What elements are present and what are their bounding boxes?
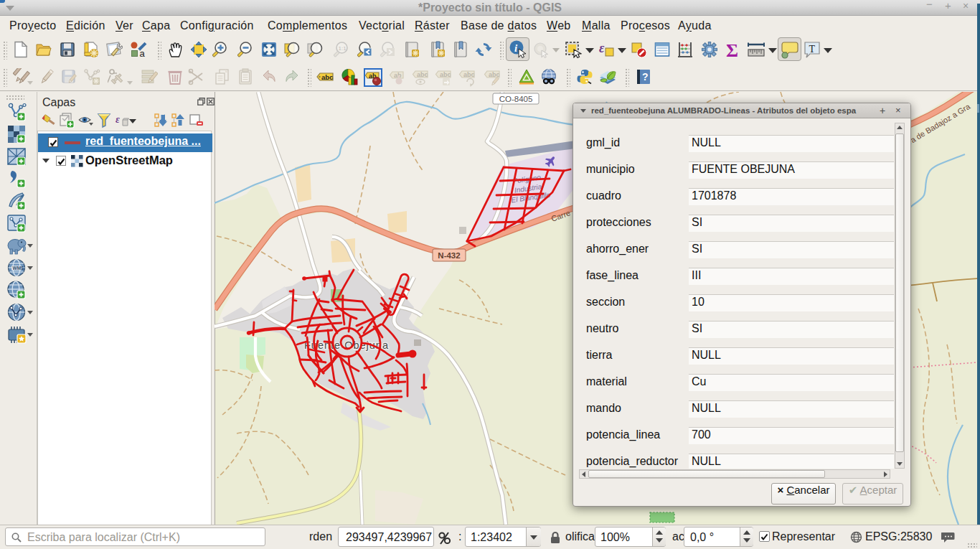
svg-text:ε: ε (599, 41, 605, 55)
svg-text:1:1: 1:1 (339, 45, 347, 52)
svg-text:T: T (809, 44, 816, 55)
svg-text:abc: abc (321, 73, 333, 81)
svg-text:N-432: N-432 (438, 251, 460, 260)
svg-text:a: a (140, 48, 146, 59)
svg-text:?: ? (642, 71, 649, 83)
svg-text:abc: abc (463, 71, 475, 78)
svg-text:Σ: Σ (726, 40, 738, 60)
svg-text:abc: abc (489, 71, 500, 78)
svg-text:abc: abc (417, 71, 428, 78)
svg-text:CO-8405: CO-8405 (499, 95, 533, 103)
svg-text:WMS: WMS (13, 266, 25, 271)
svg-text:ε: ε (116, 114, 120, 125)
svg-text:abc: abc (440, 71, 451, 78)
svg-text:ab: ab (394, 72, 402, 79)
